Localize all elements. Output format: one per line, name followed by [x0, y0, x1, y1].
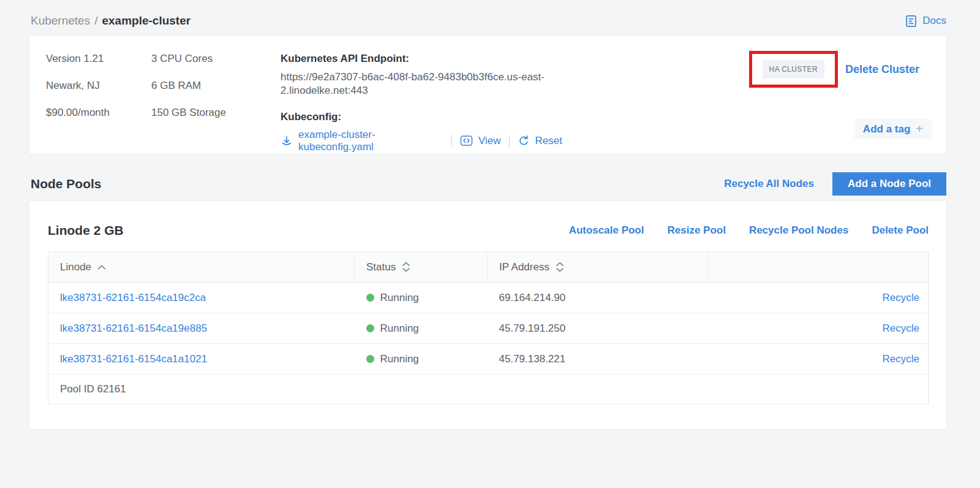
add-tag-label: Add a tag	[863, 123, 910, 135]
pool-action-links: Autoscale Pool Resize Pool Recycle Pool …	[569, 224, 929, 237]
add-tag-button[interactable]: Add a tag +	[854, 119, 932, 139]
cluster-cpu: 3 CPU Cores	[151, 53, 281, 65]
api-endpoint-block: Kubernetes API Endpoint: https://9e2a730…	[281, 53, 562, 154]
recycle-all-nodes-button[interactable]: Recycle All Nodes	[724, 178, 814, 190]
docs-label: Docs	[922, 15, 946, 27]
status-running-icon	[366, 355, 374, 363]
autoscale-pool-button[interactable]: Autoscale Pool	[569, 224, 644, 237]
breadcrumb-separator: /	[94, 14, 97, 28]
docs-link[interactable]: Docs	[905, 15, 946, 28]
pool-name: Linode 2 GB	[48, 223, 124, 238]
separator	[451, 135, 452, 147]
add-node-pool-button[interactable]: Add a Node Pool	[832, 172, 946, 196]
sort-both-icon	[402, 262, 410, 272]
node-status: Running	[366, 344, 488, 374]
node-pools-title: Node Pools	[31, 177, 102, 191]
status-label: Running	[380, 292, 419, 304]
sort-header-linode[interactable]: Linode	[60, 261, 354, 273]
separator	[509, 135, 510, 147]
cluster-summary-card: Version 1.21 Newark, NJ $90.00/month 3 C…	[29, 36, 946, 154]
node-pools-actions: Recycle All Nodes Add a Node Pool	[724, 172, 946, 196]
view-label: View	[478, 135, 501, 147]
status-column-label: Status	[366, 261, 396, 273]
node-link[interactable]: lke38731-62161-6154ca19e885	[60, 322, 207, 334]
top-bar: Kubernetes / example-cluster Docs	[0, 0, 980, 29]
cluster-region: Newark, NJ	[46, 80, 151, 92]
pool-id-label: Pool ID 62161	[60, 383, 126, 395]
sort-ascending-icon	[97, 265, 106, 270]
pool-header: Linode 2 GB Autoscale Pool Resize Pool R…	[48, 223, 929, 238]
kubeconfig-actions: example-cluster-kubeconfig.yaml View	[281, 129, 562, 153]
cluster-specs-column-2: 3 CPU Cores 6 GB RAM 150 GB Storage	[151, 53, 281, 154]
summary-right-actions: HA CLUSTER Delete Cluster	[749, 51, 919, 88]
cluster-version: Version 1.21	[46, 53, 151, 65]
ip-address-column-label: IP Address	[499, 261, 549, 273]
node-link[interactable]: lke38731-62161-6154ca1a1021	[60, 353, 207, 365]
recycle-node-button[interactable]: Recycle	[883, 353, 919, 365]
status-running-icon	[366, 324, 374, 332]
docs-icon	[905, 15, 918, 28]
node-status: Running	[366, 313, 488, 343]
ha-cluster-badge: HA CLUSTER	[763, 60, 824, 78]
status-label: Running	[380, 322, 419, 335]
node-status: Running	[366, 283, 488, 313]
linode-column-label: Linode	[60, 261, 91, 273]
api-endpoint-label: Kubernetes API Endpoint:	[281, 53, 562, 65]
reset-label: Reset	[535, 135, 562, 147]
table-header-row: Linode Status	[48, 252, 929, 283]
resize-pool-button[interactable]: Resize Pool	[667, 224, 725, 237]
download-icon	[281, 135, 293, 147]
node-row: lke38731-62161-6154ca1a1021 Running 45.7…	[48, 344, 929, 375]
kubeconfig-view-link[interactable]: View	[460, 135, 501, 147]
breadcrumb-kubernetes-link[interactable]: Kubernetes	[31, 14, 90, 28]
cluster-specs-column-1: Version 1.21 Newark, NJ $90.00/month	[46, 53, 151, 154]
kubeconfig-file-name: example-cluster-kubeconfig.yaml	[298, 129, 443, 153]
node-row: lke38731-62161-6154ca19e885 Running 45.7…	[48, 313, 929, 344]
sort-header-status[interactable]: Status	[366, 261, 487, 273]
actions-column-header	[708, 252, 929, 283]
cluster-ram: 6 GB RAM	[151, 80, 281, 92]
node-row: lke38731-62161-6154ca19c2ca Running 69.1…	[48, 283, 929, 313]
node-pools-header: Node Pools Recycle All Nodes Add a Node …	[31, 172, 946, 196]
breadcrumb: Kubernetes / example-cluster	[31, 14, 190, 28]
kubeconfig-download-link[interactable]: example-cluster-kubeconfig.yaml	[281, 129, 443, 153]
sort-both-icon	[556, 262, 564, 272]
breadcrumb-cluster-name: example-cluster	[102, 14, 190, 28]
status-label: Running	[380, 353, 419, 365]
node-ip-address: 45.79.138.221	[499, 353, 566, 365]
delete-cluster-button[interactable]: Delete Cluster	[845, 63, 919, 76]
cluster-storage: 150 GB Storage	[151, 107, 281, 119]
reset-icon	[518, 135, 530, 147]
recycle-node-button[interactable]: Recycle	[883, 292, 919, 303]
api-endpoint-url: https://9e2a7307-b6ac-408f-ba62-9483b0b3…	[281, 71, 553, 98]
code-view-icon	[460, 135, 473, 147]
recycle-pool-nodes-button[interactable]: Recycle Pool Nodes	[749, 224, 849, 237]
node-ip-address: 69.164.214.90	[499, 292, 566, 303]
pool-id-row: Pool ID 62161	[48, 375, 929, 405]
plus-icon: +	[916, 122, 923, 136]
delete-pool-button[interactable]: Delete Pool	[872, 224, 929, 237]
node-link[interactable]: lke38731-62161-6154ca19c2ca	[60, 292, 206, 303]
kubernetes-cluster-detail-page: Kubernetes / example-cluster Docs Versio…	[0, 0, 980, 488]
node-pool-table: Linode Status	[48, 251, 929, 405]
kubeconfig-label: Kubeconfig:	[281, 111, 562, 123]
sort-header-ip-address[interactable]: IP Address	[499, 261, 707, 273]
recycle-node-button[interactable]: Recycle	[883, 322, 919, 334]
cluster-price: $90.00/month	[46, 107, 151, 119]
node-ip-address: 45.79.191.250	[499, 322, 566, 334]
kubeconfig-reset-link[interactable]: Reset	[518, 135, 562, 147]
ha-cluster-highlight-box: HA CLUSTER	[749, 51, 838, 88]
node-pool-card: Linode 2 GB Autoscale Pool Resize Pool R…	[29, 201, 946, 429]
status-running-icon	[366, 294, 374, 302]
